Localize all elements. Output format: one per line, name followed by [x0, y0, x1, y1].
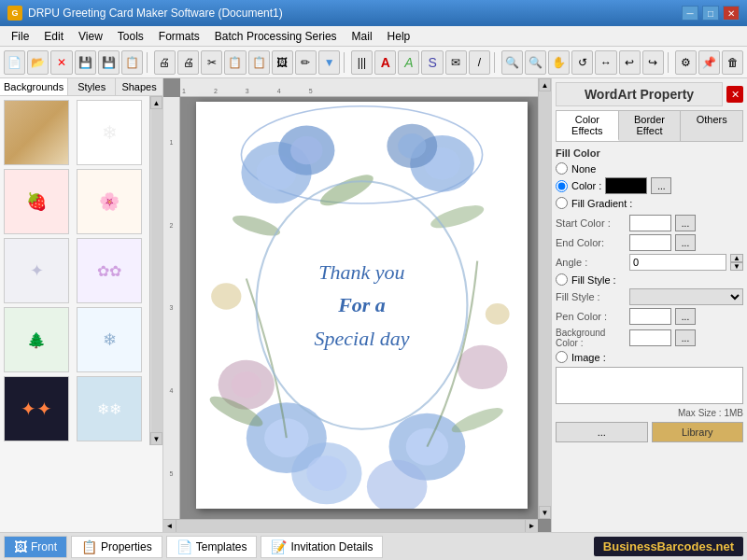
menu-formats[interactable]: Formats [151, 28, 207, 45]
pen-color-swatch[interactable] [629, 308, 671, 325]
svg-point-3 [278, 126, 334, 175]
start-color-swatch[interactable] [629, 215, 671, 231]
angle-up-btn[interactable]: ▲ [730, 254, 743, 262]
right-panel: WordArt Property ✕ Color Effects Border … [551, 78, 747, 532]
cut-button[interactable]: ✂ [201, 50, 222, 75]
bg-color-btn[interactable]: ... [675, 329, 696, 346]
rotate-button[interactable]: ↺ [571, 50, 593, 75]
svg-point-9 [247, 402, 327, 473]
tb-extra2[interactable]: 📌 [698, 50, 720, 75]
bg-item-sparks[interactable]: ✦✦ [4, 376, 69, 441]
angle-down-btn[interactable]: ▼ [730, 262, 743, 271]
shadow-button[interactable]: S [421, 50, 443, 75]
vscroll-down[interactable]: ▼ [539, 506, 551, 519]
print-button[interactable]: 🖨 [154, 50, 176, 75]
barcode-button[interactable]: ||| [351, 50, 373, 75]
bg-item-snowflakes[interactable]: ❄❄ [77, 376, 142, 441]
image-radio[interactable] [556, 351, 568, 363]
vscroll-up[interactable]: ▲ [539, 78, 551, 91]
hscroll-left[interactable]: ◄ [163, 520, 176, 532]
flip-button[interactable]: ↔ [595, 50, 616, 75]
tab-backgrounds[interactable]: Backgrounds [0, 78, 68, 95]
library-button[interactable]: Library [652, 422, 744, 442]
window-controls[interactable]: ─ □ ✕ [682, 6, 740, 21]
menu-batch[interactable]: Batch Processing Series [207, 28, 345, 45]
close-button[interactable]: ✕ [723, 6, 740, 21]
new-button[interactable]: 📄 [4, 50, 25, 75]
bg-item-7[interactable]: 🌲 [4, 307, 69, 372]
tb-extra3[interactable]: 🗑 [722, 50, 743, 75]
save-button[interactable]: 💾 [75, 50, 96, 75]
save-as-button[interactable]: 💾 [98, 50, 120, 75]
pen-color-btn[interactable]: ... [675, 308, 696, 325]
email-button[interactable]: ✉ [445, 50, 467, 75]
paste-button[interactable]: 📋 [248, 50, 270, 75]
bg-item-6[interactable]: ✿✿ [77, 238, 142, 303]
tab-shapes[interactable]: Shapes [116, 78, 162, 95]
fill-style-select[interactable] [629, 288, 743, 305]
bg-color-swatch[interactable] [629, 329, 671, 346]
menu-file[interactable]: File [4, 28, 36, 45]
minimize-button[interactable]: ─ [682, 6, 698, 21]
pan-button[interactable]: ✋ [548, 50, 570, 75]
tab-templates[interactable]: 📄 Templates [166, 536, 258, 558]
bg-item-3[interactable]: 🍓 [4, 169, 69, 234]
tab-others[interactable]: Others [681, 111, 742, 141]
undo-button[interactable]: ↩ [619, 50, 641, 75]
fill-none-radio[interactable] [556, 162, 568, 175]
bg-item-5[interactable]: ✦ [4, 238, 69, 303]
tb-extra1[interactable]: ⚙ [675, 50, 697, 75]
backgrounds-grid: ❄ 🍓 🌸 ✦ ✿✿ [0, 96, 149, 445]
zoom-out-button[interactable]: 🔍 [525, 50, 546, 75]
tab-border-effect[interactable]: Border Effect [619, 111, 682, 141]
end-color-btn[interactable]: ... [675, 234, 696, 251]
save-all-button[interactable]: 📋 [121, 50, 143, 75]
tab-properties[interactable]: 📋 Properties [71, 536, 162, 558]
maximize-button[interactable]: □ [702, 6, 719, 21]
zoom-in-button[interactable]: 🔍 [501, 50, 523, 75]
fill-color-swatch[interactable] [605, 177, 647, 194]
fill-gradient-radio[interactable] [556, 197, 568, 209]
image-path-input[interactable] [556, 367, 743, 404]
dots-button[interactable]: ... [556, 422, 648, 442]
fill-color-dots-btn[interactable]: ... [651, 177, 671, 194]
tab-front[interactable]: 🖼 Front [4, 536, 67, 558]
image-button[interactable]: 🖼 [272, 50, 293, 75]
fill-style-radio-label: Fill Style : [571, 274, 616, 286]
scroll-down-arrow[interactable]: ▼ [150, 432, 162, 445]
start-color-btn[interactable]: ... [675, 215, 696, 231]
bg-item-8[interactable]: ❄ [77, 307, 142, 372]
open-button[interactable]: 📂 [27, 50, 49, 75]
text-button[interactable]: A [374, 50, 396, 75]
menu-edit[interactable]: Edit [36, 28, 71, 45]
tab-styles[interactable]: Styles [68, 78, 116, 95]
angle-input[interactable] [629, 254, 726, 271]
app-icon: G [7, 6, 22, 21]
line-button[interactable]: / [469, 50, 490, 75]
color-button[interactable]: ▼ [318, 50, 340, 75]
hscroll-right[interactable]: ► [525, 520, 538, 532]
fill-style-radio[interactable] [556, 273, 568, 286]
close-doc-button[interactable]: ✕ [50, 50, 72, 75]
draw-button[interactable]: ✏ [295, 50, 317, 75]
menu-view[interactable]: View [71, 28, 110, 45]
end-color-swatch[interactable] [629, 234, 671, 251]
copy-button[interactable]: 📋 [224, 50, 246, 75]
bg-item-2[interactable]: ❄ [77, 100, 142, 165]
canvas-hscrollbar[interactable]: ◄ ► [163, 519, 538, 532]
canvas-vscrollbar[interactable]: ▲ ▼ [538, 78, 551, 519]
wordart-button[interactable]: A [398, 50, 419, 75]
angle-spinners[interactable]: ▲ ▼ [730, 254, 743, 271]
redo-button[interactable]: ↪ [642, 50, 664, 75]
tab-color-effects[interactable]: Color Effects [557, 111, 619, 141]
scroll-up-arrow[interactable]: ▲ [150, 96, 162, 109]
print2-button[interactable]: 🖨 [177, 50, 199, 75]
menu-tools[interactable]: Tools [110, 28, 151, 45]
tab-invitation[interactable]: 📝 Invitation Details [261, 536, 383, 558]
bg-item-1[interactable] [4, 100, 69, 165]
menu-help[interactable]: Help [380, 28, 418, 45]
bg-item-4[interactable]: 🌸 [77, 169, 142, 234]
menu-mail[interactable]: Mail [345, 28, 380, 45]
panel-close-button[interactable]: ✕ [726, 86, 743, 103]
fill-color-radio[interactable] [556, 180, 568, 192]
